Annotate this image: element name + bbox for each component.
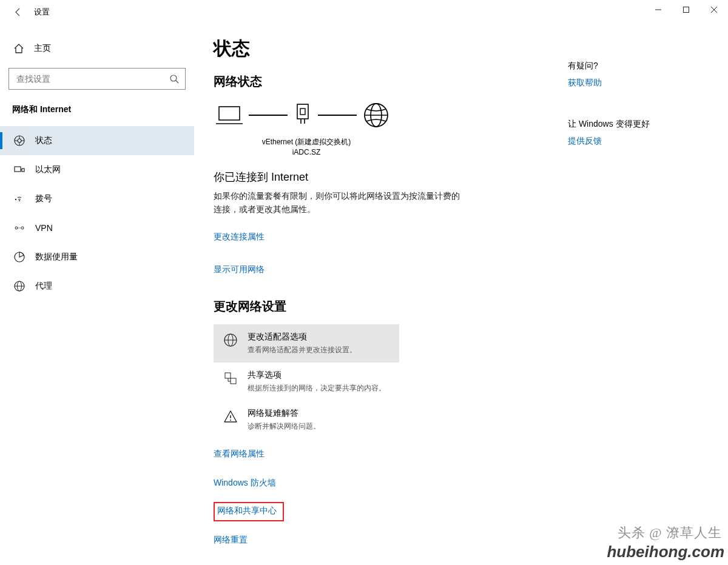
adapter-label: vEthernet (新建虚拟交换机) iADC.SZ xyxy=(255,137,358,158)
tile-desc: 诊断并解决网络问题。 xyxy=(248,421,320,432)
home-label: 主页 xyxy=(34,43,51,54)
svg-rect-1 xyxy=(684,7,689,13)
minimize-button[interactable] xyxy=(644,0,672,19)
svg-point-4 xyxy=(170,75,177,81)
tile-title: 更改适配器选项 xyxy=(248,332,357,343)
svg-rect-13 xyxy=(22,169,24,172)
vpn-icon xyxy=(13,222,25,234)
tile-adapter-options[interactable]: 更改适配器选项 查看网络适配器并更改连接设置。 xyxy=(214,324,399,363)
window-controls xyxy=(644,0,728,19)
connected-desc: 如果你的流量套餐有限制，则你可以将此网络设置为按流量计费的连接，或者更改其他属性… xyxy=(214,189,462,216)
network-sharing-center-highlight: 网络和共享中心 xyxy=(214,502,284,521)
nav-ethernet[interactable]: 以太网 xyxy=(0,155,194,184)
search-box[interactable] xyxy=(8,68,186,90)
tile-title: 共享选项 xyxy=(248,370,386,381)
svg-line-5 xyxy=(176,81,178,83)
ethernet-icon xyxy=(13,164,25,176)
sharing-icon xyxy=(223,370,238,386)
nav-dialup[interactable]: 拨号 xyxy=(0,184,194,213)
nav-datausage[interactable]: 数据使用量 xyxy=(0,242,194,272)
feedback-link[interactable]: 提供反馈 xyxy=(568,136,701,147)
windows-firewall-link[interactable]: Windows 防火墙 xyxy=(214,478,276,489)
svg-point-16 xyxy=(19,200,20,201)
svg-rect-26 xyxy=(297,104,308,119)
globe-icon xyxy=(363,102,389,129)
maximize-button[interactable] xyxy=(672,0,700,19)
nav-status[interactable]: 状态 xyxy=(0,126,194,155)
nav-label: 代理 xyxy=(35,281,52,292)
search-input[interactable] xyxy=(9,74,163,84)
tile-desc: 查看网络适配器并更改连接设置。 xyxy=(248,345,357,355)
svg-point-7 xyxy=(18,139,21,142)
get-help-link[interactable]: 获取帮助 xyxy=(568,78,701,89)
svg-point-15 xyxy=(15,199,16,200)
watermark-author: 头杀 @ 潦草人生 xyxy=(618,524,722,542)
nav-label: 以太网 xyxy=(35,164,61,175)
network-sharing-center-link[interactable]: 网络和共享中心 xyxy=(217,506,277,517)
adapter-icon xyxy=(294,102,312,128)
close-button[interactable] xyxy=(700,0,728,19)
nav-label: 数据使用量 xyxy=(35,252,78,262)
nav-label: 状态 xyxy=(35,135,52,146)
network-properties-link[interactable]: 查看网络属性 xyxy=(214,449,265,460)
show-networks-link[interactable]: 显示可用网络 xyxy=(214,264,265,275)
page-title: 状态 xyxy=(214,36,710,61)
nav-vpn[interactable]: VPN xyxy=(0,213,194,242)
help-panel: 有疑问? 获取帮助 让 Windows 变得更好 提供反馈 xyxy=(568,61,701,177)
back-button[interactable] xyxy=(6,0,30,24)
svg-point-41 xyxy=(230,420,231,421)
nav-label: VPN xyxy=(35,223,53,233)
sidebar: 主页 网络和 Internet 状态 以太网 xyxy=(0,24,194,565)
nav-label: 拨号 xyxy=(35,193,52,204)
search-icon xyxy=(163,68,185,90)
svg-rect-24 xyxy=(219,107,240,120)
titlebar: 设置 xyxy=(0,0,728,24)
sidebar-section: 网络和 Internet xyxy=(0,104,194,115)
change-connection-props-link[interactable]: 更改连接属性 xyxy=(214,232,265,242)
proxy-icon xyxy=(13,280,25,292)
svg-rect-36 xyxy=(225,373,231,378)
svg-point-18 xyxy=(21,227,24,229)
home-row[interactable]: 主页 xyxy=(0,36,194,61)
data-usage-icon xyxy=(13,251,25,263)
adapter-options-icon xyxy=(223,332,238,347)
tile-sharing-options[interactable]: 共享选项 根据所连接到的网络，决定要共享的内容。 xyxy=(214,363,399,401)
window-title: 设置 xyxy=(34,7,50,18)
svg-rect-12 xyxy=(15,167,21,172)
pc-icon xyxy=(216,103,243,127)
tile-title: 网络疑难解答 xyxy=(248,408,320,419)
svg-point-17 xyxy=(15,227,18,229)
dialup-icon xyxy=(13,193,25,205)
home-icon xyxy=(13,43,24,54)
nav-proxy[interactable]: 代理 xyxy=(0,272,194,301)
make-better-heading: 让 Windows 变得更好 xyxy=(568,119,701,130)
help-question: 有疑问? xyxy=(568,61,701,72)
tile-troubleshoot[interactable]: 网络疑难解答 诊断并解决网络问题。 xyxy=(214,401,399,439)
svg-rect-37 xyxy=(231,378,236,384)
svg-rect-27 xyxy=(300,109,305,115)
change-settings-heading: 更改网络设置 xyxy=(214,298,710,315)
tile-desc: 根据所连接到的网络，决定要共享的内容。 xyxy=(248,383,386,393)
network-reset-link[interactable]: 网络重置 xyxy=(214,535,248,546)
troubleshoot-icon xyxy=(223,408,238,424)
watermark-site: hubeihong.com xyxy=(607,543,724,561)
status-icon xyxy=(13,135,25,147)
